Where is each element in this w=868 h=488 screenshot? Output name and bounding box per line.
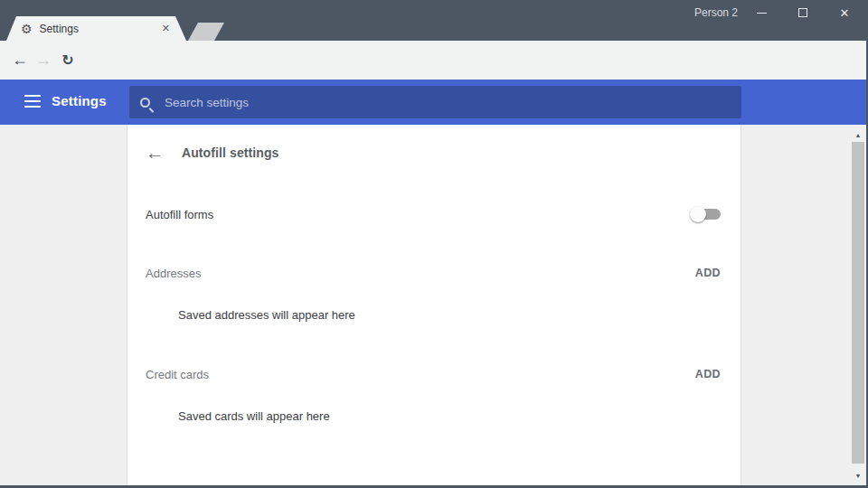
addresses-empty-row: Saved addresses will appear here xyxy=(146,298,722,331)
addresses-heading: Addresses xyxy=(146,267,693,280)
minimize-button[interactable] xyxy=(743,0,779,25)
tab-title: Settings xyxy=(40,23,158,35)
search-placeholder: Search settings xyxy=(165,96,249,109)
minimize-icon xyxy=(757,13,767,14)
browser-toolbar: ← → ↻ Chrome chrome://settings/autofill … xyxy=(0,41,868,80)
maximize-button[interactable] xyxy=(785,0,821,25)
autofill-settings-card: ← Autofill settings Autofill forms Addre… xyxy=(127,125,741,485)
new-tab-button[interactable] xyxy=(188,23,224,41)
toggle-knob xyxy=(690,206,706,222)
hamburger-bar xyxy=(24,95,41,97)
hamburger-menu-icon[interactable] xyxy=(24,95,41,108)
forward-button: → xyxy=(31,41,56,80)
tab-close-icon[interactable]: ✕ xyxy=(158,21,174,36)
profile-name: Person 2 xyxy=(694,6,738,19)
appbar-title: Settings xyxy=(52,93,107,108)
settings-gear-icon: ⚙ xyxy=(21,23,33,35)
titlebar: ⚙ Settings ✕ Person 2 ✕ xyxy=(0,0,868,41)
credit-cards-empty-text: Saved cards will appear here xyxy=(178,409,330,423)
tab-settings[interactable]: ⚙ Settings ✕ xyxy=(6,16,186,41)
hamburger-bar xyxy=(24,106,41,108)
vertical-scrollbar[interactable]: ▲ ▼ xyxy=(851,125,865,485)
addresses-heading-row: Addresses ADD xyxy=(146,257,722,289)
credit-cards-heading: Credit cards xyxy=(146,368,693,381)
add-address-button[interactable]: ADD xyxy=(693,263,722,283)
settings-appbar: Settings Search settings xyxy=(0,80,868,125)
autofill-forms-row[interactable]: Autofill forms xyxy=(146,198,722,230)
page-title: Autofill settings xyxy=(182,145,278,160)
reload-button[interactable]: ↻ xyxy=(55,41,80,80)
maximize-icon xyxy=(798,8,807,17)
addresses-empty-text: Saved addresses will appear here xyxy=(178,308,355,322)
back-button[interactable]: ← xyxy=(7,41,33,80)
credit-cards-empty-row: Saved cards will appear here xyxy=(146,399,722,432)
close-icon: ✕ xyxy=(840,6,850,20)
scroll-down-icon[interactable]: ▼ xyxy=(851,469,865,482)
back-arrow-icon[interactable]: ← xyxy=(146,143,165,164)
scroll-up-icon[interactable]: ▲ xyxy=(851,128,865,141)
search-icon xyxy=(140,98,150,108)
hamburger-bar xyxy=(24,100,41,102)
add-credit-card-button[interactable]: ADD xyxy=(693,364,722,384)
close-button[interactable]: ✕ xyxy=(826,0,863,25)
scrollbar-thumb[interactable] xyxy=(852,142,864,464)
autofill-forms-label: Autofill forms xyxy=(146,208,690,221)
autofill-forms-toggle[interactable] xyxy=(690,209,721,220)
page-title-row: ← Autofill settings xyxy=(146,136,722,170)
search-settings-input[interactable]: Search settings xyxy=(129,86,741,118)
credit-cards-heading-row: Credit cards ADD xyxy=(146,358,722,390)
